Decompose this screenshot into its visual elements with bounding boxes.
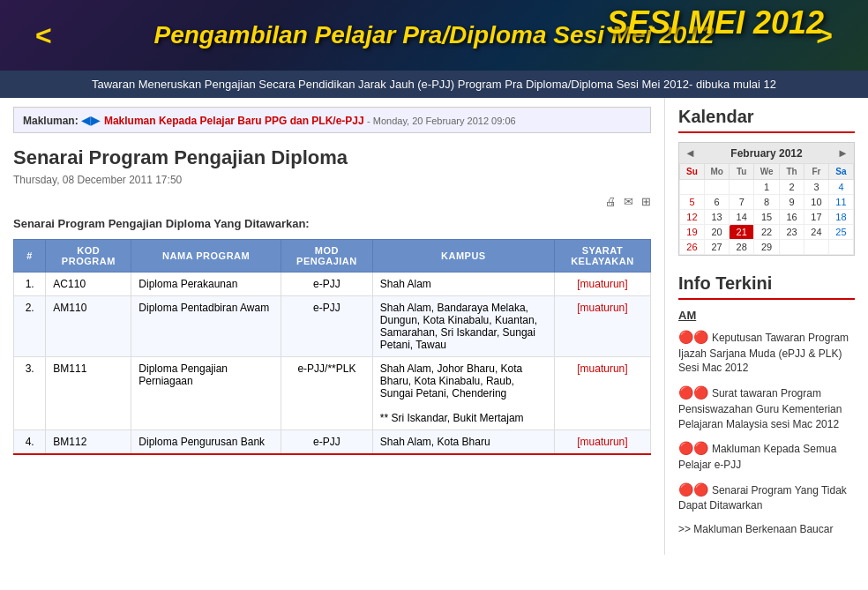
cal-cell[interactable] — [780, 240, 804, 255]
cal-day-we: We — [754, 164, 780, 180]
cal-cell[interactable]: 19 — [680, 225, 705, 240]
calendar-prev-button[interactable]: ◄ — [685, 146, 696, 160]
calendar-next-button[interactable]: ► — [837, 146, 849, 160]
cal-cell[interactable]: 26 — [680, 240, 705, 255]
cal-cell[interactable]: 28 — [730, 240, 754, 255]
cell-kampus: Shah Alam, Bandaraya Melaka, Dungun, Kot… — [372, 296, 554, 357]
cal-cell[interactable]: 3 — [804, 180, 828, 195]
print-icon[interactable]: 🖨 — [605, 195, 617, 208]
cell-nama: Diploma Pentadbiran Awam — [131, 296, 281, 357]
cal-cell[interactable]: 11 — [828, 195, 853, 210]
calendar-week: 12 13 14 15 16 17 18 — [680, 210, 854, 225]
table-row: 1. AC110 Diploma Perakaunan e-PJJ Shah A… — [14, 273, 651, 296]
fire-icon-2: 🔴🔴 — [678, 385, 712, 400]
cal-cell[interactable] — [680, 180, 705, 195]
calendar-widget: ◄ February 2012 ► Su Mo Tu We Th Fr Sa — [678, 142, 855, 256]
cal-cell[interactable] — [730, 180, 754, 195]
cal-day-sa: Sa — [828, 164, 853, 180]
cal-cell-today[interactable]: 21 — [730, 225, 754, 240]
sub-banner: Tawaran Meneruskan Pengajian Secara Pend… — [0, 71, 868, 98]
notice-bar: Makluman: ◀▶ Makluman Kepada Pelajar Bar… — [13, 107, 651, 133]
cal-cell[interactable]: 7 — [730, 195, 754, 210]
main-layout: Makluman: ◀▶ Makluman Kepada Pelajar Bar… — [0, 98, 868, 555]
calendar-week: 26 27 28 29 — [680, 240, 854, 255]
fire-icon-1: 🔴🔴 — [678, 330, 712, 344]
col-header-nama: NAMA PROGRAM — [131, 240, 281, 273]
cal-day-tu: Tu — [730, 164, 754, 180]
fire-icon-3: 🔴🔴 — [678, 441, 712, 455]
cal-cell[interactable]: 14 — [730, 210, 754, 225]
cal-cell[interactable]: 13 — [704, 210, 729, 225]
cal-cell[interactable]: 9 — [780, 195, 804, 210]
table-row: 3. BM111 Diploma Pengajian Perniagaan e-… — [14, 357, 651, 430]
cal-cell[interactable]: 6 — [704, 195, 729, 210]
info-section-am: AM — [678, 309, 855, 322]
email-icon[interactable]: ✉ — [624, 195, 633, 208]
info-baucar-link[interactable]: >> Makluman Berkenaan Baucar — [678, 523, 833, 535]
cal-cell[interactable]: 4 — [828, 180, 853, 195]
next-nav-button[interactable]: > — [816, 19, 833, 52]
cell-mod: e-PJJ — [281, 430, 372, 455]
cal-cell[interactable]: 24 — [804, 225, 828, 240]
table-row: 4. BM112 Diploma Pengurusan Bank e-PJJ S… — [14, 430, 651, 455]
cal-day-th: Th — [780, 164, 804, 180]
cell-kampus: Shah Alam — [372, 273, 554, 296]
notice-nav-icons[interactable]: ◀▶ — [81, 113, 104, 127]
calendar-header: ◄ February 2012 ► — [679, 143, 854, 163]
cell-kod: BM111 — [46, 357, 131, 430]
cal-cell[interactable]: 8 — [754, 195, 780, 210]
cell-kampus: Shah Alam, Kota Bharu — [372, 430, 554, 455]
cell-nama: Diploma Perakaunan — [131, 273, 281, 296]
cell-nama: Diploma Pengurusan Bank — [131, 430, 281, 455]
cal-cell[interactable]: 20 — [704, 225, 729, 240]
share-icon[interactable]: ⊞ — [641, 195, 651, 208]
article-action-icons: 🖨 ✉ ⊞ — [13, 195, 651, 208]
col-header-kod: KODPROGRAM — [46, 240, 131, 273]
cal-cell[interactable] — [704, 180, 729, 195]
info-item: 🔴🔴 Surat tawaran Program Pensiswazahan G… — [678, 385, 855, 431]
cal-cell[interactable]: 18 — [828, 210, 853, 225]
col-header-num: # — [14, 240, 46, 273]
fire-icon-4: 🔴🔴 — [678, 482, 712, 497]
calendar-week: 19 20 21 22 23 24 25 — [680, 225, 854, 240]
notice-link[interactable]: Makluman Kepada Pelajar Baru PPG dan PLK… — [104, 115, 364, 127]
cell-syarat[interactable]: [muaturun] — [554, 430, 650, 455]
cal-cell[interactable]: 10 — [804, 195, 828, 210]
cal-cell[interactable]: 1 — [754, 180, 780, 195]
cell-num: 2. — [14, 296, 46, 357]
cal-cell[interactable] — [828, 240, 853, 255]
prev-nav-button[interactable]: < — [35, 19, 52, 52]
cell-syarat[interactable]: [muaturun] — [554, 273, 650, 296]
cell-nama: Diploma Pengajian Perniagaan — [131, 357, 281, 430]
cal-cell[interactable]: 2 — [780, 180, 804, 195]
cal-cell[interactable] — [804, 240, 828, 255]
info-item: 🔴🔴 Keputusan Tawaran Program Ijazah Sarj… — [678, 329, 855, 376]
cell-syarat[interactable]: [muaturun] — [554, 296, 650, 357]
cal-day-mo: Mo — [704, 164, 729, 180]
cell-mod: e-PJJ/**PLK — [281, 357, 372, 430]
cal-cell[interactable]: 22 — [754, 225, 780, 240]
header-banner: < Pengambilan Pelajar Pra/Diploma Sesi M… — [0, 0, 868, 71]
calendar-title: Kalendar — [678, 107, 855, 133]
calendar-week: 5 6 7 8 9 10 11 — [680, 195, 854, 210]
cell-num: 3. — [14, 357, 46, 430]
content-area: Makluman: ◀▶ Makluman Kepada Pelajar Bar… — [0, 98, 665, 555]
col-header-syarat: SYARATKELAYAKAN — [554, 240, 650, 273]
cal-cell[interactable]: 27 — [704, 240, 729, 255]
cal-cell[interactable]: 16 — [780, 210, 804, 225]
cell-syarat[interactable]: [muaturun] — [554, 357, 650, 430]
notice-label: Makluman: — [23, 115, 79, 127]
program-table: # KODPROGRAM NAMA PROGRAM MODPENGAJIAN K… — [13, 239, 651, 455]
cal-cell[interactable]: 5 — [680, 195, 705, 210]
info-terkini-title: Info Terkini — [678, 273, 855, 300]
cal-cell[interactable]: 12 — [680, 210, 705, 225]
cal-cell[interactable]: 23 — [780, 225, 804, 240]
cal-cell[interactable]: 17 — [804, 210, 828, 225]
info-item: >> Makluman Berkenaan Baucar — [678, 522, 855, 537]
cal-cell[interactable]: 29 — [754, 240, 780, 255]
cal-cell[interactable]: 25 — [828, 225, 853, 240]
calendar-table: Su Mo Tu We Th Fr Sa 1 2 — [679, 163, 854, 255]
notice-time: - Monday, 20 February 2012 09:06 — [367, 116, 516, 126]
cal-cell[interactable]: 15 — [754, 210, 780, 225]
cell-num: 4. — [14, 430, 46, 455]
